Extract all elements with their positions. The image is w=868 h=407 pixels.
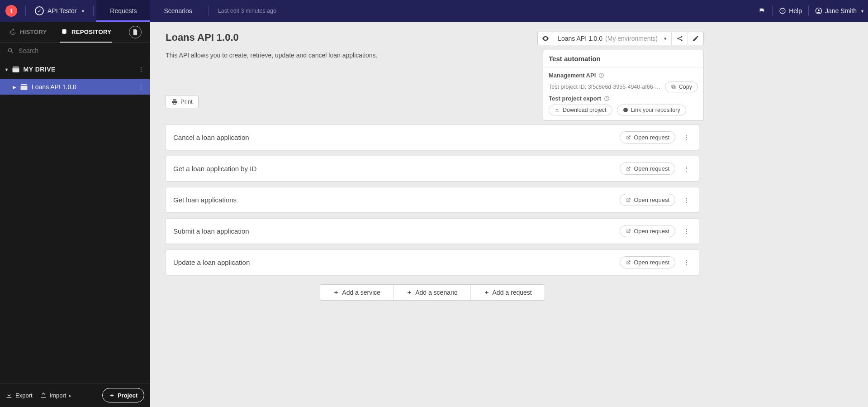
open-label: Open request xyxy=(634,134,669,141)
add-project-button[interactable]: ＋ Project xyxy=(102,388,144,402)
share-button[interactable] xyxy=(671,32,688,45)
info-icon[interactable]: ? xyxy=(598,72,604,78)
link-repository-button[interactable]: Link your repository xyxy=(617,105,686,115)
drive-label: MY DRIVE xyxy=(24,66,56,73)
sidebar-footer: Export Import ▴ ＋ Project xyxy=(0,383,150,407)
request-card[interactable]: Submit a loan application Open request ⋮ xyxy=(166,218,699,244)
edit-button[interactable] xyxy=(688,32,704,45)
add-service-button[interactable]: ＋ Add a service xyxy=(320,285,394,300)
upload-icon xyxy=(40,392,47,399)
open-request-button[interactable]: Open request xyxy=(620,225,675,237)
add-request-label: Add a request xyxy=(493,289,532,296)
open-request-button[interactable]: Open request xyxy=(620,131,675,144)
caret-up-icon: ▴ xyxy=(69,393,71,397)
project-label: Project xyxy=(118,392,138,399)
request-name: Cancel a loan application xyxy=(173,134,249,141)
help-button[interactable]: ? Help xyxy=(774,7,806,14)
last-edit-label: Last edit 3 minutes ago xyxy=(212,8,283,14)
download-icon xyxy=(555,107,560,113)
export-button[interactable]: Export xyxy=(5,392,33,399)
plus-icon: ＋ xyxy=(406,288,413,297)
topbar-right: ? Help Jane Smith ▾ xyxy=(754,0,868,22)
app-logo[interactable]: t xyxy=(5,5,17,17)
drive-more-button[interactable]: ⋮ xyxy=(138,66,145,73)
chevron-down-icon: ▾ xyxy=(861,9,863,14)
external-link-icon xyxy=(626,166,631,172)
tab-scenarios[interactable]: Scenarios xyxy=(150,0,205,22)
export-label: Test project export xyxy=(549,95,601,102)
user-icon xyxy=(815,7,822,14)
request-more-button[interactable]: ⋮ xyxy=(682,134,692,141)
external-link-icon xyxy=(626,197,631,203)
svg-rect-11 xyxy=(673,86,675,89)
check-circle-icon: ✓ xyxy=(35,6,44,15)
request-name: Update a loan application xyxy=(173,259,250,266)
sidebar-tab-repository[interactable]: REPOSITORY xyxy=(60,22,113,42)
drive-icon xyxy=(12,66,20,72)
sidebar: HISTORY REPOSITORY ▾ MY DRIVE ⋮ xyxy=(0,22,150,407)
sidebar-tab-history[interactable]: HISTORY xyxy=(8,22,48,42)
sidebar-search xyxy=(0,43,150,59)
plus-icon: ＋ xyxy=(333,288,339,297)
main-content: Loans API 1.0.0 (My environments) Test a… xyxy=(150,22,868,407)
copy-label: Copy xyxy=(679,84,692,90)
environment-select[interactable]: Loans API 1.0.0 (My environments) xyxy=(553,32,671,45)
tab-requests[interactable]: Requests xyxy=(96,0,150,22)
new-file-button[interactable] xyxy=(129,26,142,38)
separator xyxy=(25,6,26,16)
request-card[interactable]: Cancel a loan application Open request ⋮ xyxy=(166,124,699,150)
project-id-label: Test project ID: xyxy=(549,84,586,90)
env-hint: (My environments) xyxy=(605,35,658,42)
tab-label: Scenarios xyxy=(164,7,192,14)
pencil-icon xyxy=(692,35,699,42)
import-button[interactable]: Import ▴ xyxy=(40,392,71,399)
notifications-button[interactable] xyxy=(754,7,770,14)
external-link-icon xyxy=(626,135,631,140)
file-icon xyxy=(132,29,138,35)
tree-item-more-button[interactable]: ⋮ xyxy=(138,83,144,91)
download-project-button[interactable]: Download project xyxy=(549,105,612,115)
request-card[interactable]: Get loan applications Open request ⋮ xyxy=(166,187,699,213)
request-name: Get loan applications xyxy=(173,196,237,204)
eye-icon xyxy=(541,34,550,43)
info-icon[interactable]: ? xyxy=(604,96,610,101)
request-name: Submit a loan application xyxy=(173,227,249,235)
external-link-icon xyxy=(626,260,631,265)
automation-panel: Test automation Management API ? Test pr… xyxy=(543,50,704,120)
tree-item-loans-api[interactable]: ▶ Loans API 1.0.0 ⋮ xyxy=(0,79,150,95)
add-request-button[interactable]: ＋ Add a request xyxy=(471,285,545,300)
separator xyxy=(93,6,94,16)
help-icon: ? xyxy=(779,7,786,14)
svg-point-15 xyxy=(623,108,628,112)
tree-item-label: Loans API 1.0.0 xyxy=(32,83,76,91)
preview-button[interactable] xyxy=(537,32,553,45)
open-label: Open request xyxy=(634,196,669,203)
request-card[interactable]: Get a loan application by ID Open reques… xyxy=(166,156,699,182)
separator xyxy=(772,6,773,16)
chevron-right-icon: ▶ xyxy=(13,85,16,90)
plus-icon: ＋ xyxy=(109,391,115,399)
app-name: API Tester xyxy=(47,7,76,14)
open-label: Open request xyxy=(634,165,669,172)
request-more-button[interactable]: ⋮ xyxy=(682,196,692,204)
open-request-button[interactable]: Open request xyxy=(620,163,675,175)
add-scenario-label: Add a scenario xyxy=(415,289,457,296)
project-id-text: Test project ID: 3f5c8e6d-3955-4940-af66… xyxy=(549,84,661,90)
user-menu[interactable]: Jane Smith ▾ xyxy=(811,7,868,14)
open-request-button[interactable]: Open request xyxy=(620,194,675,206)
search-icon xyxy=(7,47,14,54)
request-card[interactable]: Update a loan application Open request ⋮ xyxy=(166,249,699,275)
app-switcher[interactable]: ✓ API Tester ▾ xyxy=(28,6,90,15)
add-scenario-button[interactable]: ＋ Add a scenario xyxy=(394,285,470,300)
request-more-button[interactable]: ⋮ xyxy=(682,165,692,172)
search-input[interactable] xyxy=(19,47,142,54)
copy-button[interactable]: Copy xyxy=(665,81,698,92)
request-more-button[interactable]: ⋮ xyxy=(682,228,692,235)
request-more-button[interactable]: ⋮ xyxy=(682,259,692,266)
print-button[interactable]: Print xyxy=(166,95,199,108)
request-list: Cancel a loan application Open request ⋮… xyxy=(166,124,699,275)
tree: ▶ Loans API 1.0.0 ⋮ xyxy=(0,79,150,383)
topbar: t ✓ API Tester ▾ Requests Scenarios Last… xyxy=(0,0,868,22)
drive-header[interactable]: ▾ MY DRIVE ⋮ xyxy=(0,59,150,79)
open-request-button[interactable]: Open request xyxy=(620,256,675,268)
